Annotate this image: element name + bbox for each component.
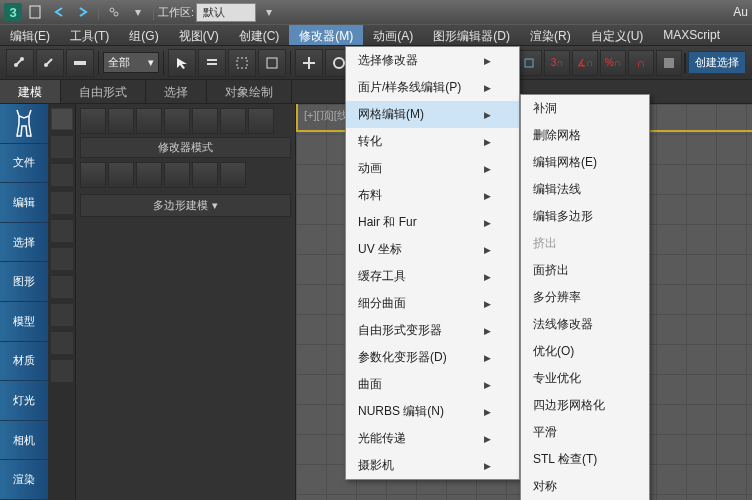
submenu-item[interactable]: STL 检查(T) — [521, 446, 649, 473]
submenu-item[interactable]: 面挤出 — [521, 257, 649, 284]
submenu-item[interactable]: 编辑多边形 — [521, 203, 649, 230]
tool-d-icon[interactable] — [164, 162, 190, 188]
submenu-item[interactable]: 专业优化 — [521, 365, 649, 392]
ws-dropdown-icon[interactable]: ▾ — [258, 2, 280, 22]
named-sel-icon[interactable] — [656, 50, 682, 76]
nav-item[interactable]: 渲染 — [0, 460, 48, 500]
ribbon-tab[interactable]: 选择 — [146, 80, 207, 103]
submenu-item[interactable]: 四边形网格化 — [521, 392, 649, 419]
named-selection-input[interactable] — [684, 53, 686, 73]
calendar-icon[interactable] — [51, 164, 73, 186]
border-mode-icon[interactable] — [164, 108, 190, 134]
snap-3-icon[interactable]: 3∩ — [544, 50, 570, 76]
link-tool-icon[interactable] — [6, 49, 34, 77]
tool-f-icon[interactable] — [220, 162, 246, 188]
menu-item[interactable]: 缓存工具▶ — [346, 263, 519, 290]
submenu-item[interactable]: 优化(O) — [521, 338, 649, 365]
menu-item[interactable]: 网格编辑(M)▶ — [346, 101, 519, 128]
select-object-icon[interactable] — [168, 49, 196, 77]
sphere-icon[interactable] — [51, 276, 73, 298]
menu-item[interactable]: NURBS 编辑(N)▶ — [346, 398, 519, 425]
menu-item[interactable]: 布料▶ — [346, 182, 519, 209]
selection-filter[interactable]: 全部▾ — [103, 52, 159, 73]
select-region-icon[interactable] — [228, 49, 256, 77]
menu-item[interactable]: 自由形式变形器▶ — [346, 317, 519, 344]
clipboard-icon[interactable] — [51, 136, 73, 158]
camera-small-icon[interactable] — [51, 360, 73, 382]
submenu-item[interactable]: 补洞 — [521, 95, 649, 122]
menu-item[interactable]: 曲面▶ — [346, 371, 519, 398]
ribbon-tab[interactable]: 对象绘制 — [207, 80, 292, 103]
new-icon[interactable] — [24, 2, 46, 22]
redo-icon[interactable] — [72, 2, 94, 22]
create-selection-button[interactable]: 创建选择 — [688, 51, 746, 74]
nav-item[interactable]: 选择 — [0, 223, 48, 263]
menu-item[interactable]: 编辑(E) — [0, 25, 60, 45]
menu-item[interactable]: 自定义(U) — [581, 25, 654, 45]
menu-item[interactable]: 渲染(R) — [520, 25, 581, 45]
menu-item[interactable]: Hair 和 Fur▶ — [346, 209, 519, 236]
vertex-mode-icon[interactable] — [108, 108, 134, 134]
tool-e-icon[interactable] — [192, 162, 218, 188]
element-mode-icon[interactable] — [220, 108, 246, 134]
menu-item[interactable]: 组(G) — [119, 25, 168, 45]
light-icon[interactable] — [51, 332, 73, 354]
submenu-item[interactable]: 多分辨率 — [521, 284, 649, 311]
nav-item[interactable]: 灯光 — [0, 381, 48, 421]
undo-icon[interactable] — [48, 2, 70, 22]
menu-item[interactable]: 选择修改器▶ — [346, 47, 519, 74]
menu-item[interactable]: 摄影机▶ — [346, 452, 519, 479]
menu-item[interactable]: 细分曲面▶ — [346, 290, 519, 317]
menu-item[interactable]: MAXScript — [653, 25, 730, 45]
submenu-item[interactable]: 平滑 — [521, 419, 649, 446]
select-name-icon[interactable] — [198, 49, 226, 77]
poly-mode-icon[interactable] — [80, 108, 106, 134]
nav-item[interactable]: 图形 — [0, 262, 48, 302]
move-tool-icon[interactable] — [295, 49, 323, 77]
submenu-item[interactable]: 删除网格 — [521, 122, 649, 149]
ribbon-tab[interactable]: 自由形式 — [61, 80, 146, 103]
expand-icon[interactable] — [248, 108, 274, 134]
menu-item[interactable]: UV 坐标▶ — [346, 236, 519, 263]
spinner-snap-icon[interactable]: ∩ — [628, 50, 654, 76]
edge-mode-icon[interactable] — [136, 108, 162, 134]
menu-item[interactable]: 参数化变形器(D)▶ — [346, 344, 519, 371]
face-mode-icon[interactable] — [192, 108, 218, 134]
shape-icon[interactable] — [51, 248, 73, 270]
menu-item[interactable]: 创建(C) — [229, 25, 290, 45]
bind-tool-icon[interactable] — [66, 49, 94, 77]
nav-item[interactable]: 文件 — [0, 144, 48, 184]
menu-item[interactable]: 面片/样条线编辑(P)▶ — [346, 74, 519, 101]
menu-item[interactable]: 视图(V) — [169, 25, 229, 45]
submenu-item[interactable]: 编辑法线 — [521, 176, 649, 203]
unlink-tool-icon[interactable] — [36, 49, 64, 77]
poly-model-header[interactable]: 多边形建模 ▾ — [80, 194, 291, 217]
grid-icon[interactable] — [51, 220, 73, 242]
menu-item[interactable]: 转化▶ — [346, 128, 519, 155]
submenu-item[interactable]: 编辑网格(E) — [521, 149, 649, 176]
tool-b-icon[interactable] — [108, 162, 134, 188]
menu-item[interactable]: 动画(A) — [363, 25, 423, 45]
dropdown-arrow-icon[interactable]: ▾ — [127, 2, 149, 22]
ribbon-tab[interactable]: 建模 — [0, 80, 61, 103]
percent-snap-icon[interactable]: %∩ — [600, 50, 626, 76]
deer-icon[interactable] — [0, 104, 48, 144]
nav-item[interactable]: 模型 — [0, 302, 48, 342]
menu-item[interactable]: 修改器(M) — [289, 25, 363, 45]
material-ball-icon[interactable] — [51, 304, 73, 326]
tool-a-icon[interactable] — [80, 162, 106, 188]
list-icon[interactable] — [51, 192, 73, 214]
angle-snap-icon[interactable]: ∡∩ — [572, 50, 598, 76]
menu-item[interactable]: 工具(T) — [60, 25, 119, 45]
tool-c-icon[interactable] — [136, 162, 162, 188]
nav-item[interactable]: 编辑 — [0, 183, 48, 223]
menu-item[interactable]: 图形编辑器(D) — [423, 25, 520, 45]
menu-item[interactable]: 光能传递▶ — [346, 425, 519, 452]
workspace-dropdown[interactable]: 默认 — [196, 3, 256, 22]
link-icon[interactable] — [103, 2, 125, 22]
menu-item[interactable]: 动画▶ — [346, 155, 519, 182]
submenu-item[interactable]: 法线修改器 — [521, 311, 649, 338]
teapot-icon[interactable] — [51, 108, 73, 130]
submenu-item[interactable]: 对称 — [521, 473, 649, 500]
window-crossing-icon[interactable] — [258, 49, 286, 77]
